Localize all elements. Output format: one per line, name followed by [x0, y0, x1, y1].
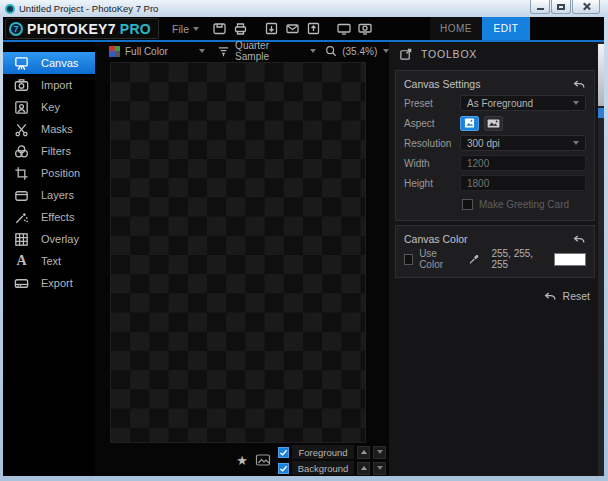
foreground-layer-row: Foreground: [278, 445, 386, 459]
portrait-icon: [13, 99, 30, 116]
export-file-button[interactable]: [303, 20, 324, 37]
vertical-scrollbar[interactable]: [598, 42, 604, 476]
star-icon[interactable]: ★: [236, 453, 248, 468]
foreground-up-button[interactable]: [357, 446, 370, 459]
thumbnail-icon[interactable]: [255, 453, 271, 467]
chevron-down-icon: [573, 101, 579, 105]
wand-icon: [13, 209, 30, 226]
color-mode-value: Full Color: [125, 46, 194, 57]
sidebar-item-layers[interactable]: Layers: [3, 184, 95, 206]
close-button[interactable]: [572, 0, 600, 14]
tab-home[interactable]: HOME: [430, 17, 482, 40]
sidebar-item-filters[interactable]: Filters: [3, 140, 95, 162]
sidebar-item-export[interactable]: Export: [3, 272, 95, 294]
sidebar-item-label: Import: [41, 79, 72, 91]
app-icon: [5, 4, 15, 14]
canvas-color-panel: Canvas Color Use Color 255, 255, 255: [395, 225, 595, 278]
external-monitor-button[interactable]: [355, 20, 376, 37]
app-frame: 7 PHOTOKEY7PRO File: [3, 17, 604, 476]
photokey-logo: 7 PHOTOKEY7PRO: [5, 18, 159, 39]
email-button[interactable]: [282, 20, 303, 37]
dual-monitor-icon: [357, 21, 373, 36]
color-mode-dropdown[interactable]: Full Color: [109, 46, 205, 57]
scrollbar-thumb[interactable]: [598, 44, 604, 106]
popout-icon[interactable]: [399, 47, 413, 61]
camera-icon: [13, 77, 30, 94]
toolbox-panel: TOOLBOX Canvas Settings Preset As Foregr…: [389, 42, 604, 476]
maximize-button[interactable]: [551, 0, 571, 14]
sample-mode-dropdown[interactable]: Quarter Sample: [217, 40, 316, 62]
title-bar[interactable]: Untitled Project - PhotoKey 7 Pro: [0, 0, 608, 17]
tab-edit-label: EDIT: [494, 23, 519, 34]
export-icon: [306, 21, 321, 36]
aspect-portrait-button[interactable]: [460, 116, 479, 131]
width-input[interactable]: 1200: [460, 155, 586, 171]
grid-icon: [13, 231, 30, 248]
application-window: Untitled Project - PhotoKey 7 Pro 7 PHOT…: [0, 0, 608, 481]
background-up-button[interactable]: [357, 462, 370, 475]
undo-icon[interactable]: [572, 233, 586, 245]
resolution-label: Resolution: [404, 138, 460, 149]
letter-a-icon: A: [13, 253, 30, 269]
undo-icon[interactable]: [572, 78, 586, 90]
sidebar-item-text[interactable]: A Text: [3, 250, 95, 272]
sidebar-item-key[interactable]: Key: [3, 96, 95, 118]
monitor-view-button[interactable]: [334, 20, 355, 37]
layers-icon: [13, 187, 30, 204]
resolution-dropdown[interactable]: 300 dpi: [460, 135, 586, 151]
color-swatch[interactable]: [554, 253, 586, 266]
check-icon: [279, 448, 288, 457]
foreground-down-button[interactable]: [373, 446, 386, 459]
width-row: Width 1200: [404, 153, 586, 173]
sidebar-item-overlay[interactable]: Overlay: [3, 228, 95, 250]
greeting-card-checkbox[interactable]: [462, 199, 473, 210]
resolution-row: Resolution 300 dpi: [404, 133, 586, 153]
background-label[interactable]: Background: [292, 461, 354, 475]
canvas-viewport: Full Color Quarter Sample (35.4%): [95, 42, 389, 476]
sidebar: Canvas Import Key Masks Filters: [3, 42, 95, 476]
use-color-checkbox[interactable]: [404, 254, 413, 265]
logo-name: PHOTOKEY7: [27, 21, 116, 37]
file-menu[interactable]: File: [172, 23, 199, 35]
sidebar-item-import[interactable]: Import: [3, 74, 95, 96]
canvas-checkerboard[interactable]: [110, 62, 366, 443]
close-icon: [582, 2, 591, 11]
magnifier-icon: [325, 45, 337, 57]
chevron-down-icon: [310, 49, 316, 53]
eyedropper-icon[interactable]: [468, 252, 479, 266]
zoom-value: (35.4%): [342, 46, 378, 57]
arrow-down-icon: [377, 466, 383, 470]
zoom-dropdown[interactable]: (35.4%): [325, 45, 389, 57]
greeting-card-label: Make Greeting Card: [479, 199, 569, 210]
sidebar-item-masks[interactable]: Masks: [3, 118, 95, 140]
canvas-settings-title: Canvas Settings: [404, 78, 572, 90]
background-checkbox[interactable]: [278, 463, 289, 474]
tab-edit[interactable]: EDIT: [482, 17, 530, 40]
main-toolbar: 7 PHOTOKEY7PRO File: [3, 17, 604, 40]
sidebar-item-canvas[interactable]: Canvas: [3, 52, 95, 74]
foreground-checkbox[interactable]: [278, 447, 289, 458]
height-input[interactable]: 1800: [460, 175, 586, 191]
background-down-button[interactable]: [373, 462, 386, 475]
reset-button[interactable]: Reset: [389, 290, 590, 302]
email-icon: [285, 21, 300, 36]
sample-icon: [217, 45, 230, 58]
preset-dropdown[interactable]: As Foreground: [460, 95, 586, 111]
scissors-icon: [13, 121, 30, 138]
save-button[interactable]: [209, 20, 230, 37]
logo-suffix: PRO: [120, 21, 151, 37]
toolbox-header: TOOLBOX: [389, 42, 604, 66]
height-label: Height: [404, 178, 460, 189]
scrollbar-accent: [598, 108, 604, 118]
aspect-landscape-button[interactable]: [484, 116, 503, 131]
import-file-button[interactable]: [261, 20, 282, 37]
canvas-area: [95, 60, 389, 444]
minimize-button[interactable]: [530, 0, 550, 14]
sidebar-item-label: Effects: [41, 211, 74, 223]
foreground-label[interactable]: Foreground: [292, 445, 354, 459]
sidebar-item-effects[interactable]: Effects: [3, 206, 95, 228]
arrow-down-icon: [377, 450, 383, 454]
window-title: Untitled Project - PhotoKey 7 Pro: [19, 3, 158, 14]
print-button[interactable]: [230, 20, 251, 37]
sidebar-item-position[interactable]: Position: [3, 162, 95, 184]
